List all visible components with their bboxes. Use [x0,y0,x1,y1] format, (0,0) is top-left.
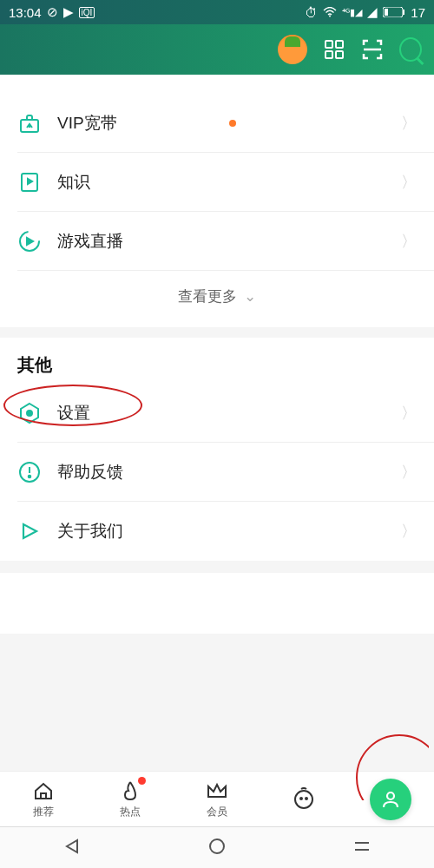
nav-home[interactable] [207,837,227,859]
svg-point-19 [295,791,312,808]
svg-marker-23 [67,840,77,852]
svg-rect-5 [336,41,343,48]
item-label: 游戏直播 [57,230,401,253]
nav-recent[interactable] [352,837,372,859]
section-title: 其他 [0,338,434,384]
nav-label: 会员 [207,805,227,819]
face-icon [292,786,316,811]
fire-icon [118,779,142,803]
item-label: 知识 [57,171,401,194]
item-label: 帮助反馈 [57,461,401,483]
item-knowledge[interactable]: 知识 〉 [0,153,434,212]
svg-marker-18 [23,524,36,538]
svg-rect-2 [403,10,404,15]
chevron-right-icon: 〉 [401,172,417,193]
item-help[interactable]: 帮助反馈 〉 [0,443,434,502]
badge-dot [229,120,236,127]
badge-dot [138,777,146,785]
home-icon [31,779,56,803]
item-label: 关于我们 [57,520,401,542]
status-icon-clock: ⏱ [305,5,318,20]
broadband-icon [17,111,42,135]
item-label: 设置 [57,402,401,424]
svg-point-21 [306,798,307,799]
chevron-down-icon: ⌄ [244,288,256,305]
chevron-right-icon: 〉 [401,462,417,483]
svg-rect-7 [336,51,343,58]
nav-back[interactable] [62,837,82,859]
status-icon-iqiyi: iQI [79,7,95,18]
svg-point-22 [387,792,394,799]
chevron-right-icon: 〉 [401,403,417,424]
item-about[interactable]: 关于我们 〉 [0,502,434,561]
svg-marker-12 [27,238,33,245]
svg-rect-6 [326,51,332,58]
svg-point-24 [210,839,224,853]
status-bar: 13:04 ⊘ ▶ iQI ⏱ ⁴ᴳ▮◢ ◢ 17 [0,0,434,24]
item-label: VIP宽带 [57,112,222,135]
help-icon [17,460,42,484]
status-icon-signal2: ◢ [367,4,378,20]
status-icon-play: ▶ [63,4,74,20]
profile-fab[interactable] [370,779,411,820]
chevron-right-icon: 〉 [401,113,417,134]
avatar[interactable] [278,35,307,64]
status-icon-signal: ⁴ᴳ▮◢ [342,7,362,18]
nav-hot[interactable]: 热点 [104,779,156,819]
nav-profile[interactable] [365,779,417,820]
svg-point-20 [300,798,302,799]
settings-icon [17,401,42,425]
svg-point-17 [29,476,31,478]
svg-rect-4 [326,41,332,48]
status-icon-wifi [323,5,337,20]
about-icon [17,519,42,543]
svg-marker-10 [28,179,32,184]
grid-icon[interactable] [323,38,345,61]
nav-face[interactable] [278,786,330,812]
view-more[interactable]: 查看更多 ⌄ [0,271,434,327]
status-icon-alarm: ⊘ [47,4,58,20]
scan-icon[interactable] [361,38,384,61]
spacer [0,573,434,634]
system-nav [0,826,434,868]
chevron-right-icon: 〉 [401,521,417,542]
search-icon[interactable] [399,38,422,61]
item-vip-broadband[interactable]: VIP宽带 〉 [0,94,434,153]
status-battery-pct: 17 [411,5,425,20]
section-other: 其他 设置 〉 帮助反馈 〉 关于我们 〉 [0,338,434,561]
nav-vip[interactable]: 会员 [191,779,243,819]
svg-point-0 [329,15,331,16]
crown-icon [205,779,229,803]
view-more-label: 查看更多 [178,288,237,305]
knowledge-icon [17,170,42,194]
svg-rect-3 [385,9,388,16]
status-icon-battery [383,5,405,20]
item-settings[interactable]: 设置 〉 [0,384,434,443]
bottom-nav: 推荐 热点 会员 [0,771,434,826]
nav-label: 热点 [120,805,141,819]
chevron-right-icon: 〉 [401,231,417,252]
status-time: 13:04 [9,5,42,20]
item-game-live[interactable]: 游戏直播 〉 [0,212,434,271]
gamelive-icon [17,229,42,253]
nav-label: 推荐 [33,805,54,819]
app-header [0,24,434,75]
svg-point-14 [27,411,32,416]
section-services: VIP宽带 〉 知识 〉 游戏直播 〉 查看更多 ⌄ [0,75,434,327]
nav-recommend[interactable]: 推荐 [17,779,69,819]
